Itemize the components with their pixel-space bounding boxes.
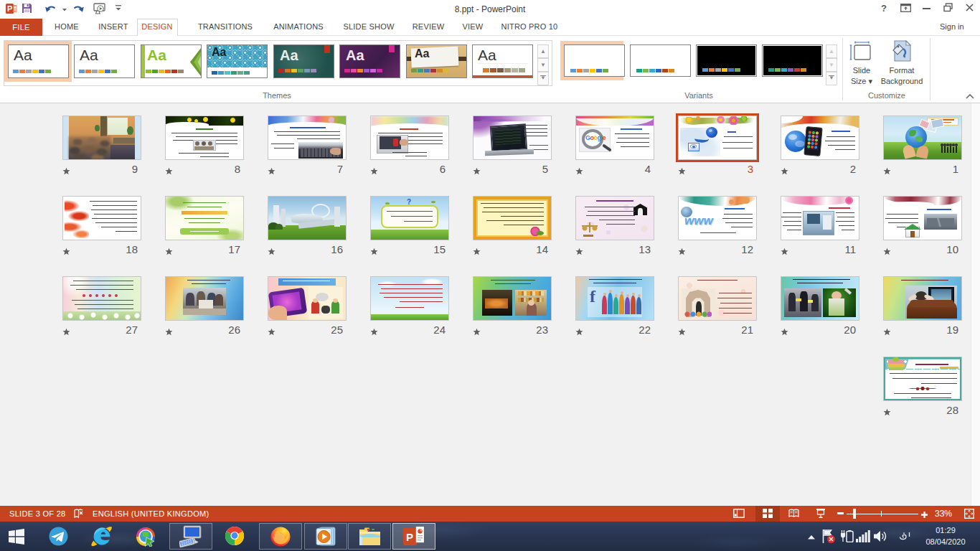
svg-text:?: ?: [881, 3, 887, 14]
svg-text:P: P: [406, 531, 413, 543]
